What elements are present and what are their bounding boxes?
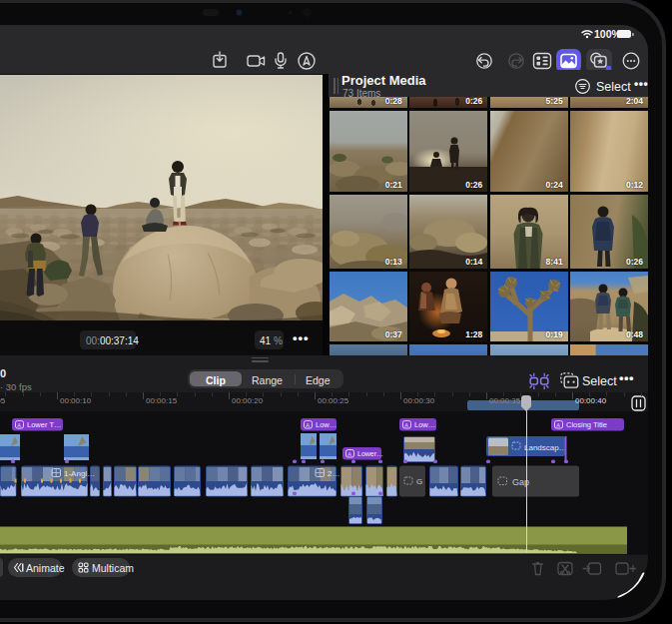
svg-text:1-Angl…: 1-Angl…: [64, 469, 95, 478]
svg-text:Landscap…: Landscap…: [524, 443, 567, 452]
svg-text:2…: 2…: [328, 469, 339, 478]
svg-text:A: A: [17, 422, 21, 428]
svg-text:Closing Title: Closing Title: [566, 420, 607, 429]
svg-text:Low…: Low…: [316, 420, 336, 429]
svg-text:Lower…: Lower…: [357, 450, 383, 457]
svg-text:G: G: [416, 477, 422, 486]
svg-text:A: A: [404, 422, 408, 428]
svg-text:Low…: Low…: [414, 420, 435, 429]
svg-text:A: A: [347, 451, 351, 457]
svg-text:A: A: [556, 422, 560, 428]
svg-text:A: A: [306, 422, 310, 428]
svg-text:Lower T…: Lower T…: [27, 420, 61, 429]
